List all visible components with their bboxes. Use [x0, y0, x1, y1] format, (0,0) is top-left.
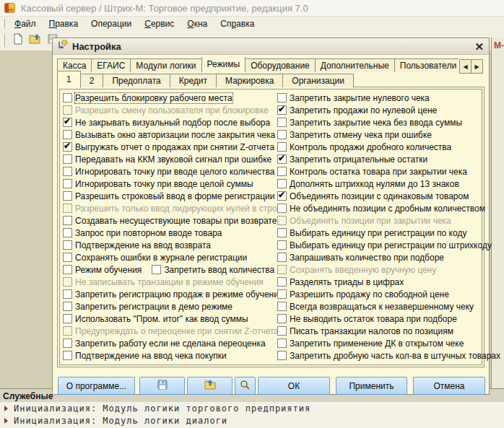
checkbox-label[interactable]: Выгружать отчет о продажах при снятии Z-… [75, 142, 274, 152]
checkbox[interactable] [277, 351, 287, 360]
tab-sub-1[interactable]: 2 [80, 74, 104, 87]
tab-scroll-left-icon[interactable]: ◀ [459, 59, 472, 74]
checkbox[interactable]: ✔ [277, 191, 287, 201]
toolbar-gripper[interactable] [1, 34, 5, 47]
checkbox[interactable] [63, 253, 72, 262]
checkbox-label[interactable]: Запрашивать количество при подборе [290, 253, 444, 263]
tab-sub-3[interactable]: Кредит [170, 74, 217, 87]
checkbox-label[interactable]: Игнорировать точку при вводе целой суммы [75, 179, 253, 189]
checkbox[interactable] [277, 326, 287, 336]
checkbox-label[interactable]: Запретить применение ДК в открытом чеке [290, 339, 464, 349]
checkbox[interactable] [63, 179, 72, 188]
open-button[interactable] [187, 377, 233, 395]
checkbox-label[interactable]: Разрешить продажу по свободной цене [290, 289, 449, 300]
checkbox-label[interactable]: Запретить регистрации в демо режиме [75, 302, 233, 312]
checkbox[interactable]: ✔ [63, 118, 72, 127]
checkbox[interactable] [277, 314, 287, 323]
checkbox-label[interactable]: Сохранять ошибки в журнале регистрации [75, 253, 247, 263]
checkbox[interactable] [277, 118, 287, 127]
cancel-button[interactable]: Отмена [413, 377, 485, 395]
tab-sub-0[interactable]: 1 [57, 71, 81, 88]
checkbox-label[interactable]: Контроль остатка товара при закрытии чек… [290, 167, 467, 177]
save-button[interactable] [139, 377, 185, 395]
tab-sub-4[interactable]: Маркировка [216, 74, 283, 87]
menu-item-1[interactable]: Правка [43, 17, 85, 30]
checkbox[interactable] [277, 167, 287, 176]
tab-main-1[interactable]: ЕГАИС [91, 58, 131, 72]
checkbox-label[interactable]: Всегда возвращаться к незавершенному чек… [290, 302, 474, 312]
checkbox-label[interactable]: Разрешить блокировку рабочего места [75, 93, 233, 103]
checkbox[interactable] [63, 314, 72, 323]
checkbox[interactable] [63, 167, 72, 176]
checkbox-label[interactable]: Разрешить строковый ввод в форме регистр… [75, 191, 274, 201]
checkbox[interactable]: ✔ [277, 154, 287, 164]
checkbox-label[interactable]: Выбирать единицу при регистрации по штри… [290, 240, 492, 250]
checkbox-label[interactable]: Запретить закрытие нулевого чека [290, 93, 430, 103]
checkbox[interactable] [277, 204, 287, 213]
ok-button[interactable]: ОК [258, 377, 330, 395]
checkbox-label[interactable]: Запретить работу если не сделана переоце… [75, 339, 266, 349]
menu-item-0[interactable]: Файл [8, 17, 43, 30]
menubar-gripper[interactable] [1, 19, 5, 29]
checkbox[interactable] [277, 277, 287, 287]
tab-main-5[interactable]: Дополнительные [315, 58, 395, 72]
checkbox-label[interactable]: Запретить отрицательные остатки [290, 154, 427, 165]
menu-item-3[interactable]: Сервис [138, 17, 181, 30]
checkbox[interactable] [277, 228, 287, 237]
checkbox[interactable] [277, 240, 287, 250]
checkbox-label[interactable]: Игнорировать точку при вводе целого коли… [75, 167, 275, 177]
tab-main-6[interactable]: Пользователи [394, 58, 459, 72]
checkbox-label[interactable]: Подтверждение на ввод чека покупки [75, 351, 227, 361]
checkbox-label[interactable]: Объединять позиции с одинаковым товаром [290, 191, 469, 201]
checkbox-label[interactable]: Режим обучения [75, 265, 142, 275]
checkbox[interactable]: ✔ [277, 105, 287, 115]
checkbox[interactable] [277, 253, 287, 262]
checkbox-label[interactable]: Запретить регистрацию продаж в режиме об… [75, 289, 283, 300]
checkbox[interactable] [63, 216, 72, 225]
menu-item-4[interactable]: Окна [181, 17, 214, 30]
checkbox[interactable] [277, 93, 287, 102]
checkbox-label[interactable]: Запрос при повторном вводе товара [75, 228, 222, 238]
checkbox[interactable] [63, 191, 72, 201]
checkbox[interactable] [63, 289, 72, 299]
checkbox[interactable] [277, 302, 287, 311]
checkbox-label[interactable]: Контроль продажи дробного количества [290, 142, 451, 152]
checkbox-label[interactable]: Не объединять позиции с дробным количест… [290, 204, 485, 214]
new-document-button[interactable] [9, 32, 27, 49]
checkbox[interactable] [63, 302, 72, 311]
dialog-titlebar[interactable]: Настройка ✕ [53, 38, 489, 55]
checkbox-label[interactable]: Не закрывать визуальный подбор после выб… [75, 118, 270, 128]
checkbox[interactable]: ✔ [63, 142, 72, 152]
open-folder-button[interactable] [27, 32, 44, 49]
checkbox-label[interactable]: Вызывать окно авторизации после закрытия… [75, 130, 275, 140]
tab-main-3[interactable]: Режимы [201, 57, 246, 72]
checkbox-label[interactable]: Писать транзакции налогов по позициям [290, 326, 453, 336]
checkbox-label[interactable]: Использовать "Пром. итог" как ввод суммы [75, 314, 248, 324]
checkbox-label[interactable]: Выбирать единицу при регистрации по коду [290, 228, 466, 238]
checkbox[interactable] [63, 265, 72, 274]
menu-item-5[interactable]: Справка [214, 17, 261, 30]
checkbox-label[interactable]: Запретить отмену чека при ошибке [290, 130, 432, 140]
search-button[interactable] [235, 377, 256, 395]
tab-main-2[interactable]: Модули логики [130, 58, 201, 72]
checkbox-label[interactable]: Не выводить остаток товара при подборе [290, 314, 457, 324]
checkbox[interactable] [277, 130, 287, 139]
checkbox-label[interactable]: Подтверждение на ввод возврата [75, 240, 211, 250]
checkbox[interactable] [63, 130, 72, 139]
checkbox[interactable] [63, 339, 72, 348]
checkbox-label[interactable]: Разделять триады в цифрах [290, 277, 404, 287]
checkbox-label[interactable]: Создавать несуществующие товары при возв… [75, 216, 277, 226]
about-button[interactable]: О программе... [58, 377, 135, 395]
tab-sub-5[interactable]: Организации [282, 74, 354, 87]
checkbox[interactable] [277, 339, 287, 348]
checkbox[interactable] [63, 154, 72, 164]
checkbox-label[interactable]: Запретить закрытие чека без ввода суммы [290, 118, 462, 128]
apply-button[interactable]: Применить [336, 377, 407, 395]
checkbox[interactable] [63, 228, 72, 237]
checkbox[interactable] [63, 240, 72, 250]
checkbox[interactable] [63, 351, 72, 360]
checkbox-label[interactable]: Запретить дробную часть кол-ва в штучных… [290, 351, 500, 361]
checkbox-label[interactable]: Передавать на ККМ звуковой сигнал при ош… [75, 154, 271, 165]
checkbox[interactable] [277, 142, 287, 152]
tab-main-4[interactable]: Оборудование [245, 58, 316, 72]
